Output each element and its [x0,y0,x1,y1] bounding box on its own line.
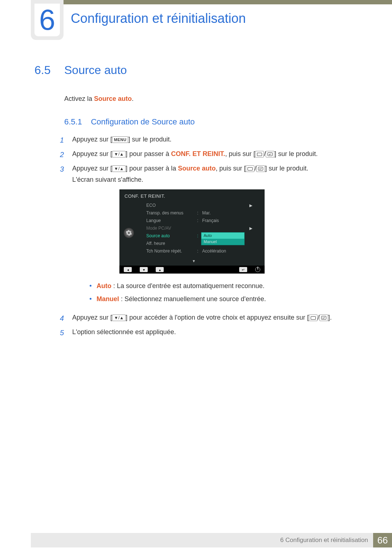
steps-list: 1 Appuyez sur [MENU] sur le produit. 2 A… [60,134,363,339]
osd-option-auto: Auto [201,233,244,239]
osd-right-buttons: ↵ [239,267,260,272]
text: , puis sur [ [216,165,246,172]
enter-icon [321,316,326,320]
chapter-number: 6 [39,3,56,37]
chevron-right-icon: ▶ [249,202,252,209]
intro-suffix: . [132,95,134,102]
page-content: 6.5 Source auto Activez la Source auto. … [34,63,363,341]
enter-key-icon [256,165,265,172]
rect-key-icon [255,151,264,157]
osd-back-icon: ◂ [124,267,132,272]
osd-row-tch: Tch Nombre répét.:Accélération [145,247,260,255]
chapter-badge: 6 [31,0,64,40]
rect-icon [257,153,262,156]
subsection-number: 6.5.1 [64,117,82,126]
text: Appuyez sur [ [72,136,112,143]
osd-label: Mode PC/AV [146,225,197,232]
power-icon [255,267,260,272]
step-5: 5 L'option sélectionnée est appliquée. [60,327,363,339]
chevron-down-icon: ▼ [192,258,196,264]
step-body: Appuyez sur [MENU] sur le produit. [72,134,363,146]
rect-key-icon [309,315,318,321]
section-row: 6.5 Source auto [34,63,363,77]
osd-screenshot: CONF. ET REINIT. ECO ▶ Transp. des menus… [119,189,265,274]
text: ] sur le produit. [265,165,308,172]
bullet-rest: : Sélectionnez manuellement une source d… [119,295,266,303]
top-stripe [31,0,392,4]
osd-menu-list: ECO ▶ Transp. des menus:Mar. Langue:Fran… [145,202,260,255]
text: Appuyez sur [ [72,314,112,321]
bullet-rest: : La source d'entrée est automatiquement… [111,282,265,290]
subsection-heading: 6.5.1 Configuration de Source auto [64,117,363,127]
footer-page-number: 66 [373,533,392,547]
osd-value: Mar. [202,209,258,217]
osd-dropdown: Auto Manuel [201,232,245,245]
text: Appuyez sur [ [72,150,112,157]
subsection-title: Configuration de Source auto [91,117,195,126]
footer-chapter-num: 6 [280,537,283,543]
section-number: 6.5 [34,63,56,77]
text-line2: L'écran suivant s'affiche. [72,174,363,185]
bullet-highlight: Auto [97,282,111,290]
bullet-auto: Auto : La source d'entrée est automatiqu… [90,279,363,292]
step-body: Appuyez sur [▼/▲] pour passer à CONF. ET… [72,148,363,161]
osd-label: Aff. heure [146,240,197,247]
step-num: 4 [60,312,66,324]
down-up-key-icon: ▼/▲ [112,151,126,157]
highlight: Source auto [178,165,216,172]
osd-enter-icon: ↵ [239,267,247,272]
enter-icon [258,167,263,171]
osd-down-icon: ▾ [140,267,148,272]
step-num: 3 [60,163,66,310]
intro-highlight: Source auto [94,95,132,102]
option-bullets: Auto : La source d'entrée est automatiqu… [90,279,363,305]
osd-row-eco: ECO ▶ [145,202,260,209]
step-body: L'option sélectionnée est appliquée. [72,327,363,339]
osd-row-transp: Transp. des menus:Mar. [145,209,260,217]
rect-key-icon [246,165,254,172]
osd-value: Accélération [202,247,258,255]
text: ] pour passer à la [126,165,178,172]
step-4: 4 Appuyez sur [▼/▲] pour accéder à l'opt… [60,312,363,324]
step-num: 1 [60,134,66,146]
enter-key-icon [266,151,274,157]
bullet-text: Manuel : Sélectionnez manuellement une s… [97,292,266,305]
step-num: 2 [60,148,66,161]
intro-text: Activez la Source auto. [64,95,363,103]
footer-label: 6 Configuration et réinitialisation [280,537,368,544]
enter-key-icon [319,315,328,321]
text: ]. [328,314,332,321]
step-body: Appuyez sur [▼/▲] pour passer à la Sourc… [72,163,363,310]
osd-option-manuel: Manuel [201,239,244,245]
down-up-key-icon: ▼/▲ [112,165,126,172]
section-title: Source auto [64,63,127,77]
step-num: 5 [60,327,66,339]
step-2: 2 Appuyez sur [▼/▲] pour passer à CONF. … [60,148,363,161]
text: ] sur le produit. [128,136,171,143]
chapter-title: Configuration et réinitialisation [71,11,246,26]
chevron-right-icon: ▶ [249,225,252,232]
menu-label: MENU [114,137,126,143]
osd-row-mode: Mode PC/AV ▶ [145,225,260,232]
step-body: Appuyez sur [▼/▲] pour accéder à l'optio… [72,312,363,324]
text: ] pour passer à [126,150,171,157]
gear-icon [124,228,134,238]
text: Appuyez sur [ [72,165,112,172]
bullet-dot-icon [90,298,91,300]
osd-label: Transp. des menus [146,209,197,217]
osd-row-langue: Langue:Français [145,217,260,225]
text: , puis sur [ [225,150,255,157]
bullet-text: Auto : La source d'entrée est automatiqu… [97,279,265,292]
bullet-manuel: Manuel : Sélectionnez manuellement une s… [90,292,363,305]
bullet-highlight: Manuel [97,295,119,303]
bullet-dot-icon [90,285,91,287]
osd-label: Tch Nombre répét. [146,247,197,255]
osd-up-icon: ▴ [156,267,164,272]
enter-icon [268,152,273,156]
rect-icon [248,167,253,171]
menu-key-icon: MENU [112,136,128,143]
text: ] sur le produit. [274,150,318,157]
osd-button-bar: ◂ ▾ ▴ ↵ [119,266,265,274]
footer-chapter-text: Configuration et réinitialisation [285,537,368,543]
osd-label: Source auto [146,232,197,239]
